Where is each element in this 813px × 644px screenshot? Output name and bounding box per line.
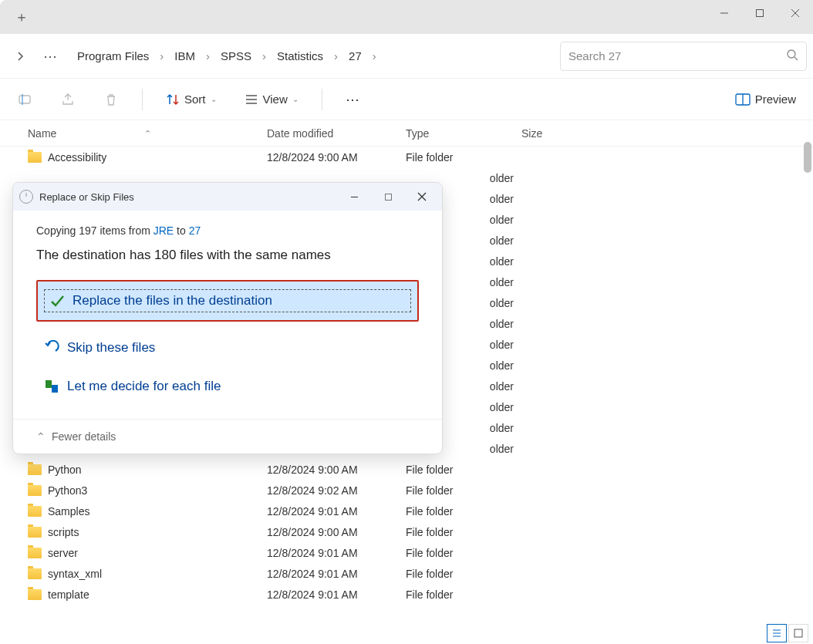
file-name: Accessibility xyxy=(48,151,106,164)
chevron-right-icon: › xyxy=(203,49,213,62)
scrollbar-thumb[interactable] xyxy=(804,142,811,173)
file-type: File folder xyxy=(398,526,514,538)
dialog-footer: ⌃ Fewer details xyxy=(13,419,442,453)
crumb-program-files[interactable]: Program Files xyxy=(71,46,155,66)
decide-label: Let me decide for each file xyxy=(67,379,221,394)
svg-rect-17 xyxy=(46,380,52,388)
file-date: 12/8/2024 9:00 AM xyxy=(259,526,398,538)
crumb-statistics[interactable]: Statistics xyxy=(271,46,329,66)
file-date: 12/8/2024 9:01 AM xyxy=(259,588,398,601)
file-name: Python3 xyxy=(48,484,87,497)
file-row[interactable]: syntax_xml12/8/2024 9:01 AMFile folder xyxy=(0,563,813,584)
more-button[interactable]: ⋯ xyxy=(341,86,366,113)
back-chevron-icon[interactable] xyxy=(6,42,34,70)
file-date: 12/8/2024 9:02 AM xyxy=(259,484,398,497)
file-name: scripts xyxy=(48,526,79,538)
chevron-right-icon: › xyxy=(259,49,269,62)
tab-strip: ＋ xyxy=(0,3,707,31)
file-date: 12/8/2024 9:00 AM xyxy=(259,151,398,164)
svg-line-5 xyxy=(794,57,798,60)
decide-option[interactable]: Let me decide for each file xyxy=(36,374,419,399)
folder-icon xyxy=(28,506,42,517)
dialog-minimize-button[interactable] xyxy=(340,186,368,207)
preview-button[interactable]: Preview xyxy=(730,88,801,110)
sort-button[interactable]: Sort ⌄ xyxy=(161,88,221,111)
file-name: Samples xyxy=(48,505,89,518)
to-link[interactable]: 27 xyxy=(189,224,201,237)
replace-option[interactable]: Replace the files in the destination xyxy=(36,280,419,322)
file-type: File folder xyxy=(398,547,514,559)
file-row[interactable]: server12/8/2024 9:01 AMFile folder xyxy=(0,542,813,563)
minimize-button[interactable] xyxy=(707,2,742,25)
folder-icon xyxy=(28,568,42,579)
file-type: File folder xyxy=(398,568,514,580)
statusbar xyxy=(767,622,813,644)
dialog-title: Replace or Skip Files xyxy=(39,191,334,203)
sort-asc-icon: ⌃ xyxy=(144,129,151,139)
file-row[interactable]: Samples12/8/2024 9:01 AMFile folder xyxy=(0,501,813,521)
col-size-header[interactable]: Size xyxy=(514,127,599,140)
skip-option[interactable]: Skip these files xyxy=(36,335,419,360)
command-bar: Sort ⌄ View ⌄ ⋯ Preview xyxy=(0,79,813,120)
titlebar: ＋ xyxy=(0,0,813,34)
chevron-up-icon[interactable]: ⌃ xyxy=(36,430,46,443)
file-type: File folder xyxy=(398,505,514,518)
details-view-toggle[interactable] xyxy=(767,624,787,642)
search-icon[interactable] xyxy=(786,49,798,63)
folder-icon xyxy=(28,527,42,538)
thumbnails-view-toggle[interactable] xyxy=(788,624,808,642)
maximize-button[interactable] xyxy=(742,2,778,25)
file-name: syntax_xml xyxy=(48,568,102,580)
folder-icon xyxy=(28,548,42,558)
dialog-maximize-button[interactable] xyxy=(374,186,402,207)
col-name-header[interactable]: Name ⌃ xyxy=(0,127,259,140)
view-button[interactable]: View ⌄ xyxy=(240,88,303,111)
crumb-27[interactable]: 27 xyxy=(342,46,368,66)
file-date: 12/8/2024 9:00 AM xyxy=(259,464,398,476)
replace-label: Replace the files in the destination xyxy=(73,293,272,309)
sort-label: Sort xyxy=(184,93,206,106)
more-icon[interactable]: ⋯ xyxy=(37,42,65,70)
fewer-details-link[interactable]: Fewer details xyxy=(52,430,116,443)
from-link[interactable]: JRE xyxy=(153,224,174,237)
rename-button xyxy=(12,87,37,112)
svg-rect-6 xyxy=(19,96,30,103)
chevron-down-icon: ⌄ xyxy=(292,95,299,103)
dialog-titlebar: Replace or Skip Files xyxy=(13,183,442,211)
file-name: template xyxy=(48,588,89,601)
view-label: View xyxy=(263,93,288,106)
copying-status: Copying 197 items from JRE to 27 xyxy=(36,224,419,237)
file-row[interactable]: scripts12/8/2024 9:00 AMFile folder xyxy=(0,521,813,542)
svg-rect-22 xyxy=(794,629,802,637)
file-row[interactable]: Python12/8/2024 9:00 AMFile folder xyxy=(0,459,813,480)
crumb-ibm[interactable]: IBM xyxy=(168,46,201,66)
file-date: 12/8/2024 9:01 AM xyxy=(259,505,398,518)
crumb-spss[interactable]: SPSS xyxy=(214,46,258,66)
folder-icon xyxy=(28,589,42,600)
search-box[interactable] xyxy=(560,42,807,71)
new-tab-button[interactable]: ＋ xyxy=(8,3,35,31)
compare-icon xyxy=(44,379,59,394)
file-name: Python xyxy=(48,464,82,476)
file-row[interactable]: Python312/8/2024 9:02 AMFile folder xyxy=(0,480,813,501)
col-date-header[interactable]: Date modified xyxy=(259,127,398,140)
chevron-right-icon: › xyxy=(331,49,341,62)
file-row[interactable]: Accessibility12/8/2024 9:00 AMFile folde… xyxy=(0,147,813,167)
destination-message: The destination has 180 files with the s… xyxy=(36,248,419,263)
folder-icon xyxy=(28,485,42,496)
svg-rect-18 xyxy=(52,385,58,393)
chevron-right-icon: › xyxy=(369,49,380,62)
col-type-header[interactable]: Type xyxy=(398,127,514,140)
delete-button xyxy=(99,87,123,112)
chevron-down-icon: ⌄ xyxy=(211,95,217,103)
close-button[interactable] xyxy=(778,2,813,25)
file-name: server xyxy=(48,547,78,559)
file-type: File folder xyxy=(398,151,514,164)
search-input[interactable] xyxy=(568,49,786,62)
window-controls xyxy=(707,0,813,34)
dialog-close-button[interactable] xyxy=(408,186,436,207)
chevron-right-icon: › xyxy=(157,49,167,62)
file-row[interactable]: template12/8/2024 9:01 AMFile folder xyxy=(0,584,813,605)
svg-rect-1 xyxy=(757,10,764,17)
column-headers: Name ⌃ Date modified Type Size xyxy=(0,120,813,147)
